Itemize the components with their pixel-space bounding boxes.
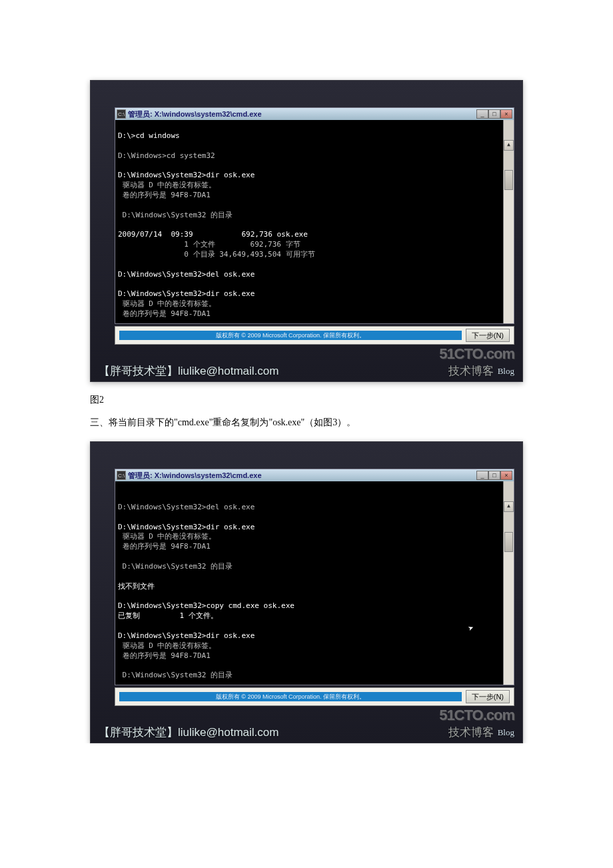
wizard-footer: 版权所有 © 2009 Microsoft Corporation. 保留所有权… (115, 687, 514, 706)
titlebar-buttons: _ □ × (476, 109, 512, 119)
scroll-up-icon[interactable]: ▲ (504, 501, 514, 512)
watermark-bottom: 【胖哥技术堂】liulike@hotmail.com 技术博客 Blog (91, 725, 522, 740)
next-button[interactable]: 下一步(N) (466, 329, 510, 342)
cmd-window: C:\ 管理员: X:\windows\system32\cmd.exe _ □… (115, 107, 514, 324)
console-body[interactable]: D:\Windows\System32>del osk.exe D:\Windo… (115, 481, 514, 685)
titlebar-buttons: _ □ × (476, 471, 512, 480)
wizard-footer: 版权所有 © 2009 Microsoft Corporation. 保留所有权… (115, 326, 514, 345)
console-line: D:\Windows\System32>dir osk.exe (118, 631, 255, 640)
watermark-blog: Blog (498, 727, 514, 738)
console-line: 驱动器 D 中的卷没有标签。 (118, 181, 217, 189)
screenshot-figure-2: C:\ 管理员: X:\windows\system32\cmd.exe _ □… (90, 80, 523, 382)
figure-caption: 图2 (90, 394, 523, 406)
console-line: 1 个文件 692,736 字节 (118, 240, 301, 249)
watermark-logo: 51CTO.com (439, 707, 514, 724)
watermark-bottom: 【胖哥技术堂】liulike@hotmail.com 技术博客 Blog (91, 363, 522, 379)
watermark-title: 【胖哥技术堂】liulike@hotmail.com (99, 725, 448, 740)
maximize-button[interactable]: □ (488, 471, 500, 480)
vertical-scrollbar[interactable]: ▲ ▼ (503, 120, 514, 323)
watermark-right: 技术博客 (448, 363, 494, 379)
copyright-text: 版权所有 © 2009 Microsoft Corporation. 保留所有权… (119, 692, 462, 701)
console-line: D:\Windows\System32 的目录 (118, 211, 233, 219)
console-line: D:\Windows\System32>dir osk.exe (118, 289, 255, 298)
watermark-blog: Blog (498, 366, 514, 377)
minimize-button[interactable]: _ (476, 109, 488, 119)
scroll-up-icon[interactable]: ▲ (504, 140, 514, 151)
console-line: D:\Windows\System32 的目录 (118, 562, 233, 571)
window-title: 管理员: X:\windows\system32\cmd.exe (128, 471, 476, 481)
console-line: 驱动器 D 中的卷没有标签。 (118, 299, 217, 308)
console-body[interactable]: D:\>cd windows D:\Windows>cd system32 D:… (115, 120, 514, 323)
console-line: 卷的序列号是 94F8-7DA1 (118, 309, 211, 318)
window-title: 管理员: X:\windows\system32\cmd.exe (128, 109, 476, 119)
watermark-logo: 51CTO.com (439, 345, 514, 363)
scroll-thumb[interactable] (504, 532, 513, 552)
minimize-button[interactable]: _ (476, 471, 488, 480)
console-line: 驱动器 D 中的卷没有标签。 (118, 641, 217, 650)
scroll-thumb[interactable] (504, 170, 513, 190)
console-line: D:\Windows\System32>copy cmd.exe osk.exe (118, 601, 295, 610)
console-line: 卷的序列号是 94F8-7DA1 (118, 191, 211, 199)
copyright-text: 版权所有 © 2009 Microsoft Corporation. 保留所有权… (119, 331, 462, 340)
scroll-track[interactable] (504, 170, 514, 323)
console-line: 0 个目录 34,649,493,504 可用字节 (118, 250, 315, 259)
console-line: D:\>cd windows (118, 131, 180, 140)
console-line: 已复制 1 个文件。 (118, 611, 218, 620)
console-line: D:\Windows\System32>del osk.exe (118, 270, 255, 279)
watermark-right: 技术博客 (448, 725, 494, 740)
close-button[interactable]: × (500, 109, 512, 119)
console-line: 找不到文件 (118, 582, 155, 591)
cmd-icon: C:\ (117, 109, 126, 119)
cmd-window: C:\ 管理员: X:\windows\system32\cmd.exe _ □… (115, 469, 514, 685)
console-line: D:\Windows>cd system32 (118, 151, 215, 160)
vertical-scrollbar[interactable]: ▲ ▼ (503, 481, 514, 685)
screenshot-figure-3: C:\ 管理员: X:\windows\system32\cmd.exe _ □… (90, 441, 523, 743)
console-line: D:\Windows\System32>del osk.exe (118, 503, 255, 511)
paragraph: 三、将当前目录下的"cmd.exe"重命名复制为"osk.exe"（如图3）。 (90, 414, 523, 431)
console-line: 卷的序列号是 94F8-7DA1 (118, 651, 211, 660)
console-line: 卷的序列号是 94F8-7DA1 (118, 542, 211, 551)
console-line: 驱动器 D 中的卷没有标签。 (118, 532, 217, 541)
close-button[interactable]: × (500, 471, 512, 480)
watermark-title: 【胖哥技术堂】liulike@hotmail.com (99, 363, 448, 379)
console-line: 2009/07/14 09:39 692,736 osk.exe (118, 230, 308, 239)
titlebar: C:\ 管理员: X:\windows\system32\cmd.exe _ □… (115, 108, 514, 120)
cmd-icon: C:\ (117, 471, 126, 480)
next-button[interactable]: 下一步(N) (466, 690, 510, 703)
maximize-button[interactable]: □ (488, 109, 500, 119)
scroll-track[interactable] (504, 532, 514, 685)
console-line: D:\Windows\System32>dir osk.exe (118, 523, 255, 531)
titlebar: C:\ 管理员: X:\windows\system32\cmd.exe _ □… (115, 469, 514, 481)
console-line: D:\Windows\System32 的目录 (118, 671, 233, 679)
console-line: D:\Windows\System32>dir osk.exe (118, 171, 255, 179)
